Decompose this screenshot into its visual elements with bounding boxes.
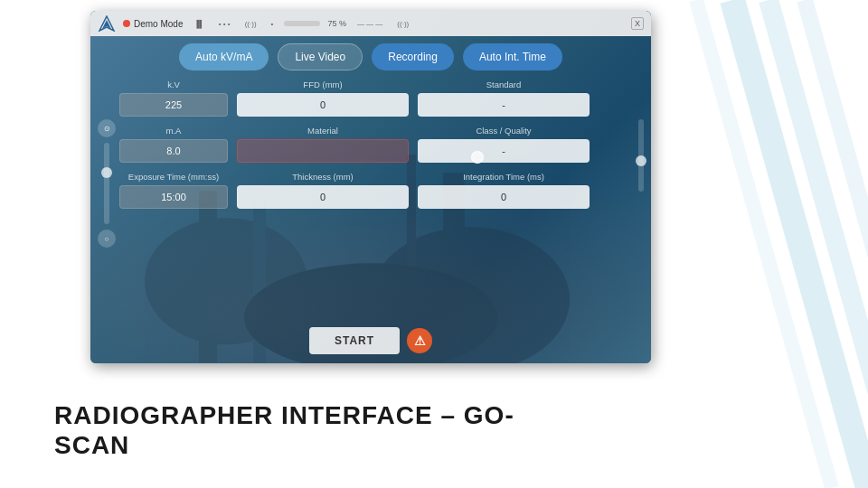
standard-group: Standard -	[418, 80, 590, 117]
middle-slider-handle[interactable]	[471, 151, 484, 164]
tab-live-video[interactable]: Live Video	[278, 43, 363, 70]
bottom-title-line2: SCAN	[54, 430, 514, 461]
tab-auto-int[interactable]: Auto Int. Time	[463, 43, 562, 70]
demo-mode-badge: Demo Mode	[123, 19, 183, 29]
sys-icon-bars: — — —	[354, 18, 386, 30]
brightness-slider[interactable]	[284, 21, 320, 26]
exposure-input[interactable]: 15:00	[119, 185, 228, 209]
demo-mode-label: Demo Mode	[134, 19, 183, 29]
thickness-input[interactable]: 0	[237, 185, 409, 209]
percent-display: 75 %	[327, 19, 346, 28]
ffd-group: FFD (mm) 0	[237, 80, 409, 117]
class-quality-input[interactable]: -	[418, 139, 590, 163]
form-grid: k.V 225 FFD (mm) 0 Standard - m.A 8.0 M	[119, 80, 626, 320]
right-slider-area	[638, 119, 644, 192]
exposure-value: 15:00	[161, 192, 186, 202]
ma-value: 8.0	[166, 145, 180, 156]
kv-group: k.V 225	[119, 80, 228, 117]
svg-line-0	[732, 0, 868, 488]
sys-icon-wifi: ((·))	[241, 18, 260, 30]
material-input[interactable]	[237, 139, 409, 163]
exposure-label: Exposure Time (mm:ss)	[119, 172, 228, 182]
title-bar: Demo Mode ▐▌ • • • ((·)) • 75 % — — — ((…	[90, 11, 651, 36]
kv-input[interactable]: 225	[119, 93, 228, 117]
standard-label: Standard	[418, 80, 590, 89]
close-icon: X	[635, 19, 640, 28]
ma-label: m.A	[119, 126, 228, 136]
left-slider-track[interactable]	[104, 143, 109, 224]
demo-dot	[123, 20, 130, 27]
start-button[interactable]: START	[309, 327, 400, 354]
left-slider-area: ⊙ ○	[98, 119, 116, 248]
class-quality-value: -	[502, 145, 505, 156]
bottom-title-line1: RADIOGRAPHER INTERFACE – GO-	[54, 400, 514, 431]
integration-label: Integration Time (ms)	[418, 172, 590, 182]
ma-group: m.A 8.0	[119, 126, 228, 163]
right-slider-track[interactable]	[638, 119, 644, 192]
kv-value: 225	[165, 99, 182, 110]
app-logo	[98, 15, 116, 32]
warning-button[interactable]: ⚠	[407, 328, 432, 353]
warning-icon: ⚠	[414, 333, 426, 348]
bottom-text-area: RADIOGRAPHER INTERFACE – GO- SCAN	[54, 400, 514, 461]
right-slider-handle[interactable]	[636, 155, 646, 166]
integration-value: 0	[501, 192, 506, 202]
integration-group: Integration Time (ms) 0	[418, 172, 590, 209]
kv-label: k.V	[119, 80, 228, 89]
sys-icon-volume: ▐▌	[190, 18, 207, 30]
ffd-value: 0	[320, 99, 326, 110]
standard-value: -	[502, 99, 505, 110]
ffd-label: FFD (mm)	[237, 80, 409, 89]
left-icon-bottom: ○	[98, 230, 116, 248]
tab-bar: Auto kV/mA Live Video Recording Auto Int…	[90, 40, 651, 74]
sys-icon-dot2: •	[268, 18, 278, 30]
thickness-value: 0	[320, 192, 326, 202]
ma-input[interactable]: 8.0	[119, 139, 228, 163]
tab-recording[interactable]: Recording	[372, 43, 454, 70]
class-quality-label: Class / Quality	[418, 126, 590, 136]
material-group: Material	[237, 126, 409, 163]
material-label: Material	[237, 126, 409, 136]
class-quality-group: Class / Quality -	[418, 126, 590, 163]
thickness-label: Thickness (mm)	[237, 172, 409, 182]
ffd-input[interactable]: 0	[237, 93, 409, 117]
left-slider-handle[interactable]	[101, 167, 112, 178]
sys-icon-signal: ((·))	[393, 18, 412, 30]
standard-input[interactable]: -	[418, 93, 590, 117]
thickness-group: Thickness (mm) 0	[237, 172, 409, 209]
close-button[interactable]: X	[631, 17, 644, 30]
exposure-group: Exposure Time (mm:ss) 15:00	[119, 172, 228, 209]
start-label: START	[335, 334, 374, 347]
integration-input[interactable]: 0	[418, 185, 590, 209]
bottom-bar: START ⚠	[90, 327, 651, 354]
app-window: Demo Mode ▐▌ • • • ((·)) • 75 % — — — ((…	[90, 11, 651, 363]
sys-icon-dots: • • •	[215, 18, 234, 30]
left-icon-top: ⊙	[98, 119, 116, 137]
tab-auto-kv[interactable]: Auto kV/mA	[179, 43, 269, 70]
